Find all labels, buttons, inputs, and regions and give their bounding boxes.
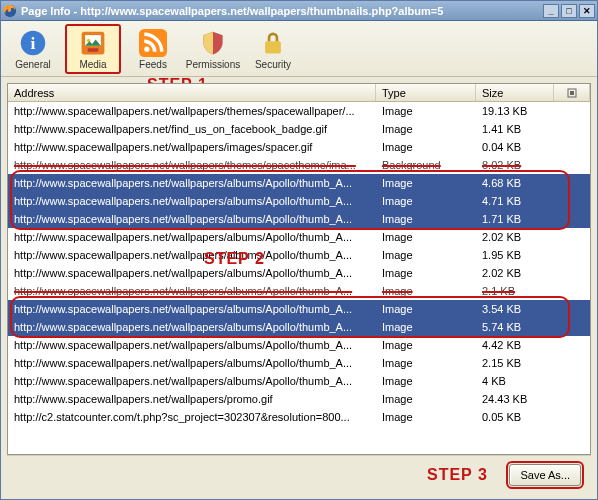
table-row[interactable]: http://www.spacewallpapers.net/wallpaper… [8, 102, 590, 120]
table-row[interactable]: http://www.spacewallpapers.net/wallpaper… [8, 264, 590, 282]
cell-address: http://www.spacewallpapers.net/wallpaper… [8, 339, 376, 351]
cell-type: Image [376, 141, 476, 153]
close-button[interactable]: ✕ [579, 4, 595, 18]
col-size[interactable]: Size [476, 84, 554, 101]
svg-rect-11 [570, 91, 574, 95]
step2-label: STEP 2 [204, 250, 265, 268]
cell-size: 0.05 KB [476, 411, 554, 423]
cell-size: 4.71 KB [476, 195, 554, 207]
svg-rect-7 [139, 29, 167, 57]
cell-address: http://www.spacewallpapers.net/wallpaper… [8, 267, 376, 279]
table-row[interactable]: http://www.spacewallpapers.net/wallpaper… [8, 228, 590, 246]
cell-type: Image [376, 213, 476, 225]
cell-address: http://www.spacewallpapers.net/wallpaper… [8, 393, 376, 405]
general-button[interactable]: iGeneral [5, 24, 61, 74]
cell-address: http://www.spacewallpapers.net/wallpaper… [8, 357, 376, 369]
column-picker-icon [567, 88, 577, 98]
cell-address: http://www.spacewallpapers.net/wallpaper… [8, 213, 376, 225]
page-info-window: Page Info - http://www.spacewallpapers.n… [0, 0, 598, 500]
cell-type: Image [376, 357, 476, 369]
cell-size: 4.42 KB [476, 339, 554, 351]
table-row[interactable]: http://www.spacewallpapers.net/wallpaper… [8, 210, 590, 228]
cell-size: 3.54 KB [476, 303, 554, 315]
svg-text:i: i [31, 33, 36, 53]
table-row[interactable]: http://c2.statcounter.com/t.php?sc_proje… [8, 408, 590, 426]
cell-type: Image [376, 195, 476, 207]
maximize-button[interactable]: □ [561, 4, 577, 18]
toolbar-label: Permissions [186, 59, 240, 70]
cell-type: Background [376, 159, 476, 171]
cell-type: Image [376, 105, 476, 117]
feeds-button[interactable]: Feeds [125, 24, 181, 74]
table-row[interactable]: http://www.spacewallpapers.net/find_us_o… [8, 120, 590, 138]
cell-size: 4 KB [476, 375, 554, 387]
svg-rect-6 [88, 48, 99, 52]
cell-address: http://www.spacewallpapers.net/wallpaper… [8, 195, 376, 207]
cell-address: http://www.spacewallpapers.net/find_us_o… [8, 123, 376, 135]
cell-address: http://www.spacewallpapers.net/wallpaper… [8, 303, 376, 315]
grid-header: Address Type Size [8, 84, 590, 102]
media-button[interactable]: Media [65, 24, 121, 74]
media-icon [79, 29, 107, 57]
cell-size: 1.71 KB [476, 213, 554, 225]
toolbar-label: Media [79, 59, 106, 70]
cell-type: Image [376, 177, 476, 189]
table-row[interactable]: http://www.spacewallpapers.net/wallpaper… [8, 192, 590, 210]
table-row[interactable]: http://www.spacewallpapers.net/wallpaper… [8, 246, 590, 264]
table-row[interactable]: http://www.spacewallpapers.net/wallpaper… [8, 354, 590, 372]
col-picker[interactable] [554, 84, 590, 101]
cell-size: 1.41 KB [476, 123, 554, 135]
cell-size: 2.1 KB [476, 285, 554, 297]
cell-type: Image [376, 339, 476, 351]
table-row[interactable]: http://www.spacewallpapers.net/wallpaper… [8, 390, 590, 408]
toolbar-label: Security [255, 59, 291, 70]
cell-size: 24.43 KB [476, 393, 554, 405]
info-icon: i [19, 29, 47, 57]
cell-size: 1.95 KB [476, 249, 554, 261]
table-row[interactable]: http://www.spacewallpapers.net/wallpaper… [8, 174, 590, 192]
save-as-button[interactable]: Save As... [509, 464, 581, 486]
col-address[interactable]: Address [8, 84, 376, 101]
table-row[interactable]: http://www.spacewallpapers.net/wallpaper… [8, 318, 590, 336]
media-grid: Address Type Size http://www.spacewallpa… [7, 83, 591, 455]
svg-rect-9 [265, 41, 281, 53]
minimize-button[interactable]: _ [543, 4, 559, 18]
toolbar: iGeneralMediaFeedsPermissionsSecurity [1, 21, 597, 77]
cell-size: 19.13 KB [476, 105, 554, 117]
cell-type: Image [376, 267, 476, 279]
col-type[interactable]: Type [376, 84, 476, 101]
shield-icon [199, 29, 227, 57]
cell-address: http://www.spacewallpapers.net/wallpaper… [8, 159, 376, 171]
permissions-button[interactable]: Permissions [185, 24, 241, 74]
table-row[interactable]: http://www.spacewallpapers.net/wallpaper… [8, 156, 590, 174]
cell-type: Image [376, 303, 476, 315]
cell-size: 5.74 KB [476, 321, 554, 333]
cell-address: http://www.spacewallpapers.net/wallpaper… [8, 231, 376, 243]
table-row[interactable]: http://www.spacewallpapers.net/wallpaper… [8, 138, 590, 156]
cell-size: 8.02 KB [476, 159, 554, 171]
step3-label: STEP 3 [427, 466, 488, 484]
table-row[interactable]: http://www.spacewallpapers.net/wallpaper… [8, 336, 590, 354]
grid-body[interactable]: http://www.spacewallpapers.net/wallpaper… [8, 102, 590, 426]
cell-size: 4.68 KB [476, 177, 554, 189]
cell-type: Image [376, 321, 476, 333]
content-area: STEP 1 Address Type Size http://www.spac… [1, 77, 597, 499]
titlebar[interactable]: Page Info - http://www.spacewallpapers.n… [1, 1, 597, 21]
rss-icon [139, 29, 167, 57]
lock-icon [259, 29, 287, 57]
table-row[interactable]: http://www.spacewallpapers.net/wallpaper… [8, 300, 590, 318]
cell-address: http://www.spacewallpapers.net/wallpaper… [8, 177, 376, 189]
cell-type: Image [376, 285, 476, 297]
cell-address: http://www.spacewallpapers.net/wallpaper… [8, 375, 376, 387]
cell-type: Image [376, 411, 476, 423]
table-row[interactable]: http://www.spacewallpapers.net/wallpaper… [8, 282, 590, 300]
cell-type: Image [376, 375, 476, 387]
cell-address: http://www.spacewallpapers.net/wallpaper… [8, 285, 376, 297]
cell-size: 0.04 KB [476, 141, 554, 153]
table-row[interactable]: http://www.spacewallpapers.net/wallpaper… [8, 372, 590, 390]
firefox-icon [3, 4, 17, 18]
cell-address: http://www.spacewallpapers.net/wallpaper… [8, 249, 376, 261]
svg-point-8 [144, 46, 149, 51]
cell-address: http://www.spacewallpapers.net/wallpaper… [8, 105, 376, 117]
security-button[interactable]: Security [245, 24, 301, 74]
